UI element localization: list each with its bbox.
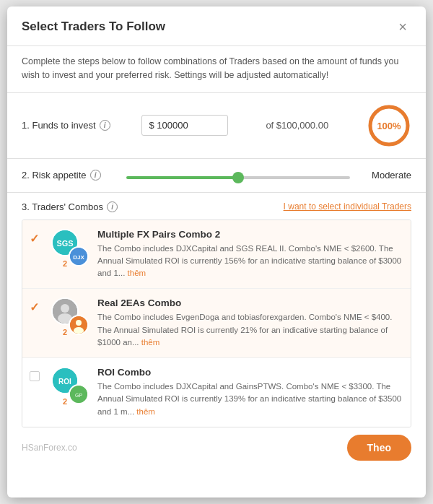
svg-text:ROI: ROI (58, 378, 71, 386)
combo3-name: ROI Combo (97, 367, 402, 378)
traders-header: 3. Traders' Combos i I want to select in… (22, 201, 411, 212)
funds-label-text: 1. Funds to invest (22, 120, 96, 131)
combo-item-1[interactable]: ✓ SGS (22, 220, 411, 290)
combo3-count: 2 (63, 397, 67, 406)
combos-list: ✓ SGS (22, 220, 411, 427)
funds-of-label: of $100,000.00 (266, 120, 328, 131)
funds-section: 1. Funds to invest i of $100,000.00 100% (7, 93, 426, 159)
combo2-avatars: 2 (51, 297, 89, 335)
traders-info-icon[interactable]: i (107, 201, 118, 212)
traders-label: 3. Traders' Combos i (22, 201, 118, 212)
individual-traders-link[interactable]: I want to select individual Traders (284, 201, 411, 212)
next-button[interactable]: Theo (347, 435, 411, 461)
funds-info-icon[interactable]: i (100, 120, 110, 131)
modal-container: Select Traders To Follow × Complete the … (7, 6, 426, 498)
combo1-content: Multiple FX Pairs Combo 2 The Combo incl… (97, 229, 402, 280)
modal-title: Select Traders To Follow (22, 19, 165, 34)
risk-section: 2. Risk appetite i Moderate (7, 159, 426, 193)
risk-value-label: Moderate (361, 170, 411, 181)
combo3-empty-check (30, 371, 40, 381)
close-button[interactable]: × (394, 18, 411, 35)
combo3-avatar-secondary: GP (69, 384, 89, 404)
combo3-more-link[interactable]: thêm (136, 407, 155, 416)
combo2-avatar-secondary (69, 315, 89, 335)
modal-footer: HSanForex.co Theo (7, 427, 426, 471)
svg-text:DJX: DJX (73, 254, 84, 261)
risk-row: 2. Risk appetite i Moderate (22, 169, 411, 182)
svg-text:SGS: SGS (56, 239, 73, 248)
risk-slider[interactable] (126, 176, 350, 179)
combo1-more-link[interactable]: thêm (128, 269, 146, 277)
svg-text:GP: GP (75, 393, 82, 398)
risk-label: 2. Risk appetite i (22, 170, 115, 181)
watermark: HSanForex.co (22, 443, 77, 453)
combo1-count: 2 (63, 259, 67, 268)
risk-label-text: 2. Risk appetite (22, 170, 87, 181)
traders-section: 3. Traders' Combos i I want to select in… (7, 193, 426, 427)
combo2-more-link[interactable]: thêm (141, 338, 160, 347)
combo1-avatar-secondary-face: DJX (70, 248, 87, 265)
combo2-checkbox[interactable]: ✓ (30, 297, 45, 314)
combo2-check-icon: ✓ (30, 300, 39, 314)
combo3-desc: The Combo includes DJXCapital and GainsP… (97, 381, 402, 418)
funds-input[interactable] (141, 115, 228, 136)
combo3-avatars: ROI GP 2 (51, 367, 89, 404)
combo-item-2[interactable]: ✓ (22, 289, 411, 358)
risk-slider-container (126, 169, 350, 182)
combo2-name: Real 2EAs Combo (97, 297, 402, 308)
modal-header: Select Traders To Follow × (7, 6, 426, 46)
combo2-count: 2 (63, 328, 67, 336)
combo1-checkbox[interactable]: ✓ (30, 229, 45, 246)
combo1-name: Multiple FX Pairs Combo 2 (97, 229, 402, 240)
combo2-desc: The Combo includes EvgenDoga and tobiasf… (97, 311, 402, 349)
funds-row: 1. Funds to invest i of $100,000.00 100% (22, 103, 411, 148)
risk-info-icon[interactable]: i (90, 170, 101, 181)
combo1-check-icon: ✓ (30, 232, 39, 246)
svg-point-7 (61, 304, 69, 313)
modal-description: Complete the steps below to follow combi… (7, 46, 426, 93)
combo-item-3[interactable]: ROI GP 2 ROI Combo The Combo includes (22, 358, 411, 427)
funds-label: 1. Funds to invest i (22, 120, 110, 131)
combo2-content: Real 2EAs Combo The Combo includes Evgen… (97, 297, 402, 349)
combo1-avatars: SGS DJX 2 (51, 229, 89, 266)
funds-progress-circle: 100% (367, 103, 411, 148)
svg-point-10 (76, 320, 82, 326)
combo1-avatar-secondary: DJX (69, 246, 89, 266)
combo1-desc: The Combo includes DJXCapital and SGS RE… (97, 243, 402, 280)
progress-percent: 100% (377, 120, 401, 131)
traders-label-text: 3. Traders' Combos (22, 201, 103, 212)
combo3-content: ROI Combo The Combo includes DJXCapital … (97, 367, 402, 418)
combo3-checkbox[interactable] (30, 367, 45, 381)
